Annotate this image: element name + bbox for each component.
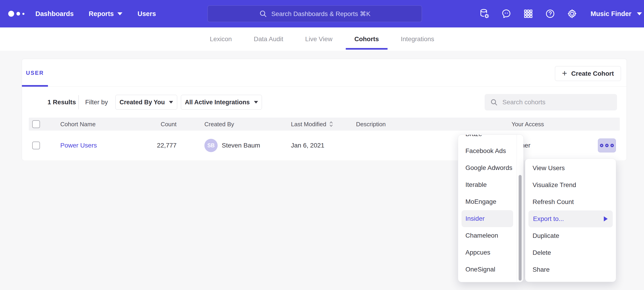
nav-item-reports[interactable]: Reports <box>89 10 123 18</box>
column-description: Description <box>356 120 386 128</box>
export-destination-item[interactable]: Chameleon <box>458 227 516 244</box>
export-destinations-list: BrazeFacebook AdsGoogle AdwordsIterableM… <box>458 134 516 278</box>
feedback-chat-icon[interactable] <box>501 9 512 19</box>
row-actions-menu: View Users Visualize Trend Refresh Count… <box>525 159 616 282</box>
export-destination-item[interactable]: Facebook Ads <box>458 142 516 160</box>
export-destination-item[interactable]: Braze <box>458 134 516 142</box>
row-action-item[interactable]: Duplicate <box>525 227 616 244</box>
cohorts-card: USER + Create Cohort 1 Results Filter by… <box>22 59 627 160</box>
cohort-search <box>484 94 617 110</box>
project-switcher[interactable]: Music Finder <box>590 0 642 28</box>
plus-icon: + <box>562 69 567 78</box>
settings-gear-icon[interactable] <box>567 9 577 19</box>
divider <box>78 95 79 109</box>
filter-by-label: Filter by <box>85 99 108 106</box>
export-destination-item[interactable]: OneSignal <box>458 261 516 278</box>
search-icon <box>259 10 267 18</box>
subnav-tab[interactable]: Cohorts <box>352 28 381 51</box>
created-by-value: Steven Baum <box>222 142 260 149</box>
row-actions-button[interactable] <box>598 138 616 153</box>
cohort-search-input[interactable] <box>502 99 608 106</box>
top-nav-icons <box>479 0 577 28</box>
top-nav: Dashboards Reports Users Search Dashboar… <box>0 0 644 28</box>
project-name: Music Finder <box>590 10 632 18</box>
subnav-tab[interactable]: Live View <box>303 28 334 51</box>
column-your-access: Your Access <box>512 120 544 128</box>
last-modified-value: Jan 6, 2021 <box>291 142 324 149</box>
menu-scrollbar-thumb[interactable] <box>519 175 522 281</box>
subnav-tab[interactable]: Integrations <box>399 28 436 51</box>
table-header: Cohort Name Count Created By Last Modifi… <box>29 117 620 130</box>
search-icon <box>490 98 498 106</box>
chevron-down-icon <box>254 101 258 103</box>
cohort-count: 22,777 <box>136 142 176 149</box>
global-search-button[interactable]: Search Dashboards & Reports ⌘K <box>207 5 422 22</box>
cohorts-page: Dashboards Reports Users Search Dashboar… <box>0 0 644 290</box>
export-destination-item[interactable]: Google Adwords <box>458 160 516 176</box>
nav-item-dashboards[interactable]: Dashboards <box>36 10 74 18</box>
help-icon[interactable] <box>545 9 556 19</box>
menu-scrollbar-track <box>516 135 524 282</box>
row-checkbox[interactable] <box>32 141 40 149</box>
mixpanel-logo-icon[interactable] <box>8 0 24 28</box>
chevron-down-icon <box>118 12 122 15</box>
chevron-down-icon <box>169 101 173 103</box>
global-search-placeholder: Search Dashboards & Reports ⌘K <box>271 10 370 18</box>
export-destination-item[interactable]: MoEngage <box>458 193 516 210</box>
apps-grid-icon[interactable] <box>523 9 534 19</box>
avatar: SB <box>204 139 218 152</box>
row-action-item[interactable]: Share <box>525 261 616 278</box>
export-destinations-menu: BrazeFacebook AdsGoogle AdwordsIterableM… <box>458 134 524 282</box>
column-count: Count <box>136 120 176 128</box>
export-destination-item[interactable]: Appcues <box>458 244 516 261</box>
cohort-type-tabbar: USER + Create Cohort <box>22 59 627 87</box>
cohort-name-link[interactable]: Power Users <box>60 142 97 149</box>
sort-icon <box>329 121 333 127</box>
column-created-by: Created By <box>204 120 234 128</box>
ellipsis-icon <box>600 144 603 147</box>
submenu-arrow-icon <box>604 216 608 221</box>
row-action-item[interactable]: View Users <box>525 160 616 177</box>
subnav-tab[interactable]: Data Audit <box>252 28 285 51</box>
export-destination-item[interactable]: Insider <box>462 210 513 227</box>
row-action-item[interactable]: Refresh Count <box>525 194 616 210</box>
results-count: 1 Results <box>48 99 76 106</box>
column-cohort-name: Cohort Name <box>60 120 96 128</box>
table-row: Power Users 22,777 SB Steven Baum Jan 6,… <box>22 130 627 160</box>
top-nav-links: Dashboards Reports Users <box>36 0 156 28</box>
data-management-icon[interactable] <box>479 9 490 19</box>
subnav-tab[interactable]: Lexicon <box>208 28 234 51</box>
column-last-modified[interactable]: Last Modified <box>291 120 333 128</box>
row-action-item[interactable]: Visualize Trend <box>525 177 616 194</box>
integrations-filter-dropdown[interactable]: All Active Integrations <box>181 95 262 109</box>
filters-row: 1 Results Filter by Created By You All A… <box>22 87 627 117</box>
nav-item-users[interactable]: Users <box>138 10 156 18</box>
select-all-checkbox[interactable] <box>32 120 40 128</box>
row-action-item[interactable]: Export to... <box>528 210 613 227</box>
export-destination-item[interactable]: Iterable <box>458 176 516 193</box>
created-by-filter-dropdown[interactable]: Created By You <box>115 95 177 109</box>
tab-user-underline <box>22 85 48 87</box>
chevron-down-icon <box>637 12 642 15</box>
row-action-item[interactable]: Delete <box>525 244 616 261</box>
data-management-tabs: LexiconData AuditLive ViewCohortsIntegra… <box>0 28 644 51</box>
tab-user[interactable]: USER <box>22 59 48 87</box>
create-cohort-button[interactable]: + Create Cohort <box>555 66 621 81</box>
